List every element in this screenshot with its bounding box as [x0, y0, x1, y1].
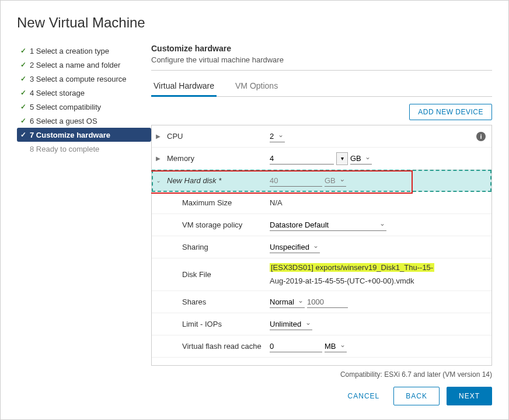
shares-label: Shares	[165, 298, 270, 306]
wizard-step-6[interactable]: ✓6 Select a guest OS	[17, 114, 151, 128]
section-title: Customize hardware	[151, 44, 492, 53]
disk-file-label: Disk File	[165, 270, 270, 279]
row-max-size: Maximum Size N/A	[152, 192, 491, 214]
memory-label: Memory	[165, 154, 270, 163]
limit-iops-select[interactable]: Unlimited	[270, 318, 312, 330]
cpu-select[interactable]: 2	[270, 131, 285, 142]
section-subtitle: Configure the virtual machine hardware	[151, 55, 492, 64]
divider	[151, 70, 492, 71]
chevron-down-icon[interactable]: ⌄	[152, 177, 165, 184]
row-storage-policy: VM storage policy Datastore Default	[152, 214, 491, 236]
check-icon: ✓	[20, 47, 30, 55]
shares-num-input[interactable]	[307, 296, 348, 308]
row-shares: Shares Normal	[152, 291, 491, 313]
tabs: Virtual Hardware VM Options	[151, 76, 492, 97]
disk-file-value-rest: Aug-2019-at-15-45-55-(UTC-+00-00).vmdk	[270, 276, 414, 285]
row-memory[interactable]: ▶ Memory ▾ GB	[152, 148, 491, 170]
shares-select[interactable]: Normal	[270, 296, 305, 308]
storage-policy-label: VM storage policy	[165, 220, 270, 229]
tab-virtual-hardware[interactable]: Virtual Hardware	[151, 76, 217, 97]
chevron-right-icon[interactable]: ▶	[152, 155, 165, 162]
dialog-title: New Virtual Machine	[17, 15, 492, 31]
step-label: 6 Select a guest OS	[30, 117, 97, 125]
row-vflash: Virtual flash read cache MB	[152, 335, 491, 358]
wizard-step-2[interactable]: ✓2 Select a name and folder	[17, 58, 151, 72]
cpu-label: CPU	[165, 132, 270, 141]
step-label: 3 Select a compute resource	[30, 75, 126, 83]
check-icon: ✓	[20, 61, 30, 69]
step-label: 7 Customize hardware	[30, 131, 110, 139]
row-cpu[interactable]: ▶ CPU 2 i	[152, 125, 491, 148]
vflash-input[interactable]	[270, 341, 322, 352]
check-icon: ✓	[20, 89, 30, 97]
sharing-select[interactable]: Unspecified	[270, 242, 320, 253]
step-label: 1 Select a creation type	[30, 47, 109, 55]
limit-iops-label: Limit - IOPs	[165, 320, 270, 328]
max-size-label: Maximum Size	[165, 198, 270, 207]
memory-stepper[interactable]: ▾	[336, 152, 348, 165]
step-label: 5 Select compatibility	[30, 103, 101, 111]
step-label: 2 Select a name and folder	[30, 61, 120, 69]
info-icon[interactable]: i	[476, 132, 486, 141]
wizard-step-1[interactable]: ✓1 Select a creation type	[17, 44, 151, 58]
wizard-step-8: ✓8 Ready to complete	[17, 142, 151, 156]
memory-unit-select[interactable]: GB	[350, 153, 372, 164]
step-label: 8 Ready to complete	[30, 145, 99, 153]
check-icon: ✓	[20, 117, 30, 125]
tab-vm-options[interactable]: VM Options	[233, 76, 280, 97]
wizard-step-4[interactable]: ✓4 Select storage	[17, 86, 151, 100]
check-icon: ✓	[20, 103, 30, 111]
sharing-label: Sharing	[165, 243, 270, 251]
row-new-hard-disk[interactable]: ⌄ New Hard disk * GB	[152, 170, 491, 192]
vflash-label: Virtual flash read cache	[165, 342, 270, 351]
disk-file-value-highlight: [ESX3DS01] exports/winserv19_Disk1_Thu--…	[270, 263, 434, 272]
cancel-button[interactable]: CANCEL	[341, 387, 387, 405]
add-new-device-button[interactable]: ADD NEW DEVICE	[409, 104, 492, 120]
wizard-step-3[interactable]: ✓3 Select a compute resource	[17, 72, 151, 86]
memory-input[interactable]	[270, 153, 334, 164]
dialog-footer: CANCEL BACK NEXT	[17, 387, 492, 405]
back-button[interactable]: BACK	[393, 387, 440, 405]
wizard-step-5[interactable]: ✓5 Select compatibility	[17, 100, 151, 114]
vflash-unit-select[interactable]: MB	[325, 341, 347, 352]
next-button[interactable]: NEXT	[447, 387, 492, 405]
check-icon: ✓	[20, 75, 30, 83]
step-label: 4 Select storage	[30, 89, 85, 97]
chevron-right-icon[interactable]: ▶	[152, 133, 165, 139]
row-limit-iops: Limit - IOPs Unlimited	[152, 313, 491, 335]
hardware-panel[interactable]: ▶ CPU 2 i ▶ Memory ▾ GB	[151, 125, 492, 366]
check-icon: ✓	[20, 131, 30, 139]
wizard-step-7[interactable]: ✓7 Customize hardware	[17, 128, 151, 142]
row-sharing: Sharing Unspecified	[152, 236, 491, 258]
hard-disk-unit-select[interactable]: GB	[325, 175, 346, 187]
storage-policy-select[interactable]: Datastore Default	[270, 219, 386, 231]
hard-disk-size-input[interactable]	[270, 175, 322, 187]
wizard-steps: ✓1 Select a creation type✓2 Select a nam…	[17, 44, 151, 379]
row-disk-file: Disk File [ESX3DS01] exports/winserv19_D…	[152, 258, 491, 291]
compatibility-text: Compatibility: ESXi 6.7 and later (VM ve…	[151, 370, 492, 379]
hard-disk-label: New Hard disk *	[165, 176, 270, 185]
max-size-value: N/A	[270, 198, 491, 207]
